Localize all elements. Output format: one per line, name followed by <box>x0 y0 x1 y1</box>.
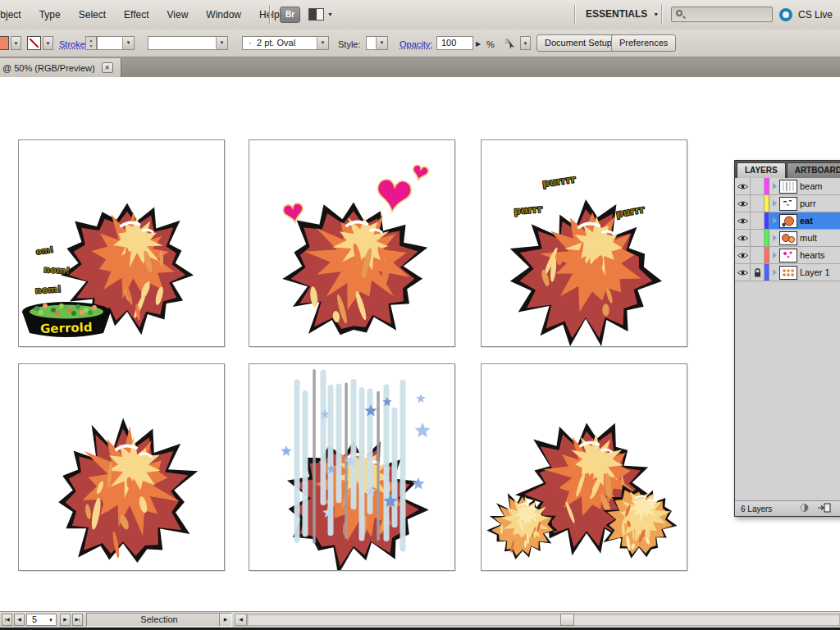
layer-select-area[interactable]: mult <box>769 230 840 246</box>
preferences-button[interactable]: Preferences <box>611 34 676 52</box>
layer-select-area[interactable]: purr <box>769 195 840 212</box>
visibility-eye-icon[interactable] <box>735 264 751 281</box>
layer-thumbnail[interactable] <box>779 197 797 211</box>
lock-toggle[interactable] <box>751 212 765 229</box>
lock-toggle[interactable] <box>751 178 765 194</box>
layer-select-area[interactable]: beam <box>769 178 840 194</box>
artboard-navigation-select[interactable]: 5 ▼ <box>26 614 57 626</box>
fill-dropdown[interactable]: ▼ <box>11 36 21 50</box>
artboard-eat[interactable]: Gerroldom!nom!nom! <box>18 139 225 347</box>
document-tab[interactable]: @ 50% (RGB/Preview) ✕ <box>0 58 121 77</box>
cs-live-button[interactable]: CS Live <box>779 8 833 21</box>
layer-thumbnail[interactable] <box>779 180 797 194</box>
layer-row-mult[interactable]: mult <box>735 230 840 247</box>
lock-toggle[interactable] <box>751 195 765 212</box>
chevron-down-icon[interactable]: ▼ <box>376 37 387 49</box>
horizontal-scrollbar[interactable] <box>247 614 840 626</box>
clipping-mask-icon[interactable] <box>799 503 810 514</box>
first-artboard-button[interactable]: |◀ <box>2 614 12 626</box>
artboard-hearts[interactable] <box>249 139 455 347</box>
layer-select-area[interactable]: hearts <box>769 247 840 263</box>
layer-row-layer-1[interactable]: Layer 1 <box>735 264 840 281</box>
layer-name[interactable]: purr <box>800 199 816 208</box>
last-artboard-button[interactable]: ▶| <box>72 614 83 626</box>
layer-row-beam[interactable]: beam <box>735 178 840 195</box>
next-artboard-button[interactable]: ▶ <box>60 614 71 626</box>
status-menu-arrow[interactable]: ▶ <box>219 614 231 626</box>
opacity-field[interactable]: 100 <box>436 36 473 50</box>
variable-width-combo[interactable]: ▼ <box>148 36 228 50</box>
select-similar-dropdown[interactable]: ▼ <box>520 36 531 50</box>
visibility-eye-icon[interactable] <box>735 178 751 194</box>
artboard-beam[interactable] <box>249 363 455 571</box>
expand-arrow-icon[interactable] <box>773 183 777 189</box>
artboard-purr[interactable]: purrrrpurrrpurrr <box>481 139 687 347</box>
brush-combo[interactable]: · 2 pt. Oval ▼ <box>242 36 329 50</box>
workspace-switcher[interactable]: ESSENTIALS ▼ <box>586 8 659 20</box>
stroke-color-swatch[interactable] <box>27 36 41 50</box>
visibility-eye-icon[interactable] <box>735 247 751 263</box>
layer-select-area[interactable]: Layer 1 <box>769 264 840 281</box>
fill-color-swatch[interactable] <box>0 36 9 50</box>
artboard-mult[interactable] <box>481 363 687 571</box>
expand-arrow-icon[interactable] <box>773 252 777 258</box>
close-icon[interactable]: ✕ <box>102 62 113 73</box>
artwork-purr: purrrrpurrrpurrr <box>482 140 687 346</box>
opacity-label[interactable]: Opacity: <box>399 39 432 49</box>
previous-artboard-button[interactable]: ◀ <box>14 614 25 626</box>
menu-select[interactable]: Select <box>70 9 115 21</box>
expand-arrow-icon[interactable] <box>773 269 777 276</box>
new-layer-icon[interactable] <box>818 503 831 514</box>
expand-arrow-icon[interactable] <box>773 200 777 207</box>
layer-thumbnail[interactable] <box>779 231 797 245</box>
expand-arrow-icon[interactable] <box>773 235 777 241</box>
menu-effect[interactable]: Effect <box>115 9 158 21</box>
scroll-left-arrow[interactable]: ◀ <box>235 614 247 626</box>
lock-toggle[interactable] <box>751 247 765 263</box>
visibility-eye-icon[interactable] <box>735 212 751 229</box>
status-display[interactable]: Selection ▶ <box>86 613 232 627</box>
stroke-weight-stepper[interactable]: ▲▼ <box>85 36 97 50</box>
layer-select-area[interactable]: eat <box>769 212 840 229</box>
lock-toggle[interactable] <box>751 230 765 246</box>
chevron-down-icon[interactable]: ▼ <box>317 37 328 49</box>
visibility-eye-icon[interactable] <box>735 195 751 212</box>
search-input[interactable] <box>671 7 773 22</box>
menu-type[interactable]: Type <box>30 9 70 21</box>
tab-artboards[interactable]: ARTBOARDS <box>787 162 840 178</box>
chevron-down-icon[interactable]: ▼ <box>122 37 134 49</box>
layer-name[interactable]: Layer 1 <box>800 267 830 277</box>
scrollbar-thumb[interactable] <box>560 614 574 626</box>
visibility-eye-icon[interactable] <box>735 230 751 246</box>
layer-thumbnail[interactable] <box>779 266 797 280</box>
layer-thumbnail[interactable] <box>779 249 797 262</box>
layer-row-eat[interactable]: eat <box>735 212 840 230</box>
layer-thumbnail[interactable] <box>779 214 797 228</box>
document-setup-button[interactable]: Document Setup <box>536 34 620 52</box>
layer-row-hearts[interactable]: hearts <box>735 247 840 264</box>
bridge-button[interactable]: Br <box>280 7 300 23</box>
chevron-down-icon[interactable]: ▼ <box>216 37 227 49</box>
canvas[interactable]: Gerroldom!nom!nom!purrrrpurrrpurrr LAYER… <box>0 77 840 611</box>
layer-name[interactable]: mult <box>800 233 817 243</box>
expand-arrow-icon[interactable] <box>773 217 777 224</box>
tab-layers[interactable]: LAYERS <box>737 162 786 178</box>
svg-text:om!: om! <box>35 245 54 257</box>
stroke-weight-combo[interactable]: ▼ <box>97 36 135 50</box>
lock-icon[interactable] <box>751 264 765 281</box>
stroke-label[interactable]: Stroke: <box>59 39 88 49</box>
opacity-spinner[interactable]: ▶ <box>476 40 481 48</box>
svg-text:purrrr: purrrr <box>541 173 576 189</box>
stroke-dropdown[interactable]: ▼ <box>43 36 53 50</box>
menu-window[interactable]: Window <box>197 9 250 21</box>
layer-row-purr[interactable]: purr <box>735 195 840 212</box>
style-combo[interactable]: ▼ <box>366 36 388 50</box>
arrange-documents-button[interactable]: ▼ <box>308 8 333 21</box>
menu-object[interactable]: Object <box>0 9 30 21</box>
layer-name[interactable]: hearts <box>800 250 825 260</box>
layer-name[interactable]: eat <box>800 216 813 226</box>
menu-view[interactable]: View <box>158 9 198 21</box>
artboard-plain[interactable] <box>18 363 225 571</box>
layer-name[interactable]: beam <box>800 181 823 191</box>
select-similar-icon[interactable] <box>504 38 518 49</box>
